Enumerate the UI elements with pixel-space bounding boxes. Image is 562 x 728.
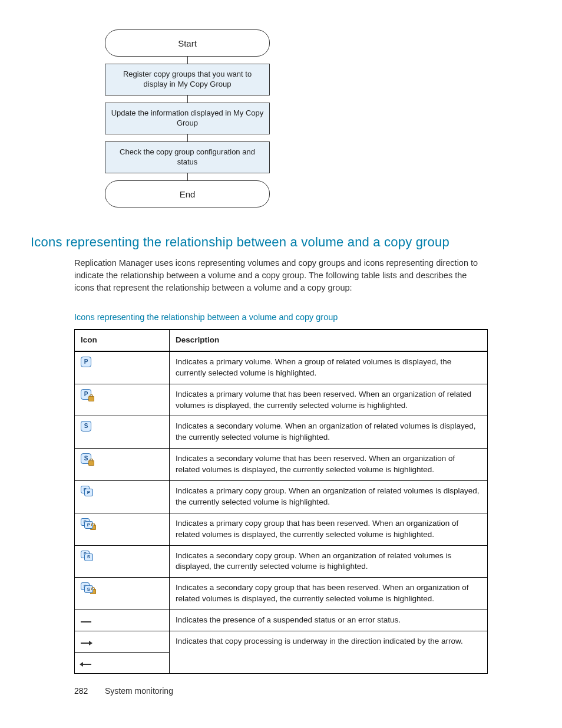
desc-cell: Indicates a primary volume that has been… xyxy=(170,384,488,416)
section-heading: Icons representing the relationship betw… xyxy=(31,235,449,250)
th-desc: Description xyxy=(170,330,488,351)
desc-cell: Indicates a secondary copy group. When a… xyxy=(170,545,488,578)
desc-cell: Indicates a primary copy group that has … xyxy=(170,513,488,545)
table-row: Indicates the presence of a suspended st… xyxy=(75,610,488,631)
flow-end: End xyxy=(105,180,270,207)
desc-cell: Indicates a secondary copy group that ha… xyxy=(170,578,488,610)
flow-connector xyxy=(187,57,188,64)
table-row: Indicates that copy processing is underw… xyxy=(75,631,488,653)
suspended-error-icon xyxy=(81,621,91,622)
flow-connector xyxy=(187,134,188,141)
table-row: Indicates a primary volume. When a group… xyxy=(75,351,488,384)
primary-volume-icon xyxy=(81,357,91,367)
table-row: Indicates a secondary volume. When an or… xyxy=(75,416,488,449)
secondary-copy-group-reserved-icon: SS xyxy=(81,582,92,592)
table-row: SS Indicates a secondary copy group that… xyxy=(75,578,488,610)
table-row: PP Indicates a primary copy group that h… xyxy=(75,513,488,545)
flow-step-1: Register copy groups that you want to di… xyxy=(105,64,270,95)
page-number: 282 xyxy=(74,686,88,696)
table-row: SS Indicates a secondary copy group. Whe… xyxy=(75,545,488,578)
desc-cell: Indicates that copy processing is underw… xyxy=(170,631,488,674)
flow-step-3: Check the copy group configuration and s… xyxy=(105,141,270,173)
table-row: Indicates a primary volume that has been… xyxy=(75,384,488,416)
arrow-left-icon xyxy=(81,664,91,665)
primary-copy-group-reserved-icon: PP xyxy=(81,518,92,528)
table-row: PP Indicates a primary copy group. When … xyxy=(75,481,488,513)
desc-cell: Indicates the presence of a suspended st… xyxy=(170,610,488,631)
desc-cell: Indicates a primary copy group. When an … xyxy=(170,481,488,513)
table-row: Indicates a secondary volume that has be… xyxy=(75,449,488,481)
th-icon: Icon xyxy=(75,330,170,351)
primary-copy-group-icon: PP xyxy=(81,486,92,495)
arrow-right-icon xyxy=(81,643,91,644)
secondary-volume-reserved-icon xyxy=(81,453,91,464)
footer-section: System monitoring xyxy=(105,686,173,696)
flow-connector xyxy=(187,95,188,103)
flowchart: Start Register copy groups that you want… xyxy=(105,29,270,207)
flow-connector xyxy=(187,173,188,180)
intro-paragraph: Replication Manager uses icons represent… xyxy=(74,257,487,294)
desc-cell: Indicates a secondary volume that has be… xyxy=(170,449,488,481)
icon-table: Icon Description Indicates a primary vol… xyxy=(74,329,488,674)
secondary-copy-group-icon: SS xyxy=(81,551,92,560)
desc-cell: Indicates a primary volume. When a group… xyxy=(170,351,488,384)
desc-cell: Indicates a secondary volume. When an or… xyxy=(170,416,488,449)
primary-volume-reserved-icon xyxy=(81,389,91,400)
flow-start: Start xyxy=(105,29,270,57)
table-caption: Icons representing the relationship betw… xyxy=(74,312,338,322)
flow-step-2: Update the information displayed in My C… xyxy=(105,103,270,134)
secondary-volume-icon xyxy=(81,421,91,431)
